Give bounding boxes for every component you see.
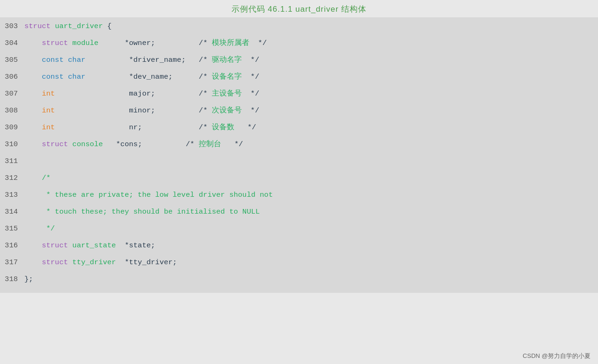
token: const [42,56,68,64]
token: *driver_name; [129,56,186,64]
line-content: /* [24,172,598,184]
token: *owner; [125,39,155,47]
line-content: * these are private; the low level drive… [24,189,598,201]
token: 驱动名字 [212,56,242,64]
token: * these are private; the low level drive… [24,191,273,199]
line-number: 311 [0,156,24,167]
line-content: int nr; /* 设备数 */ [24,122,598,133]
line-number: 303 [0,21,24,32]
line-number: 318 [0,274,24,285]
token: nr; [129,123,142,132]
token: struct [42,258,72,267]
code-line: 311 [0,155,598,172]
token [24,89,42,98]
token [116,258,125,267]
code-block: 303struct uart_driver {304 struct module… [0,17,598,293]
line-content: }; [24,274,598,285]
code-line: 317 struct tty_driver *tty_driver; [0,256,598,273]
token: struct [24,22,55,30]
line-content: struct uart_driver { [24,21,598,32]
line-content: int major; /* 主设备号 */ [24,88,598,99]
code-line: 310 struct console *cons; /* 控制台 */ [0,138,598,155]
line-content: const char *dev_name; /* 设备名字 */ [24,71,598,82]
token: tty_driver [72,258,116,267]
token [55,89,129,98]
token: /* [24,174,51,182]
token: char [68,73,85,81]
line-number: 304 [0,37,24,49]
token: *tty_driver; [125,258,177,267]
token: struct [42,140,72,149]
token: */ [242,73,259,81]
code-line: 314 * touch these; they should be initia… [0,206,598,223]
token: 模块所属者 [212,39,249,47]
token [24,241,42,250]
token: /* [172,73,212,81]
line-number: 305 [0,54,24,66]
token [24,39,42,47]
token: char [68,56,85,64]
token [24,258,42,267]
token [85,73,129,81]
line-content: struct console *cons; /* 控制台 */ [24,139,598,150]
token: *state; [125,241,155,250]
token: }; [24,275,33,283]
token: */ [242,106,259,115]
token: uart_state [72,241,116,250]
token: struct [42,39,72,47]
token: * touch these; they should be initialise… [24,208,260,216]
line-number: 314 [0,206,24,217]
code-line: 304 struct module *owner; /* 模块所属者 */ [0,37,598,54]
token: /* [186,56,212,64]
line-number: 308 [0,105,24,116]
token [24,106,42,115]
code-line: 303struct uart_driver { [0,20,598,37]
token: /* [155,106,212,115]
token [55,106,129,115]
token: *cons; [116,140,142,149]
line-content: * touch these; they should be initialise… [24,206,598,217]
token [55,123,129,132]
token: */ [242,89,259,98]
token [24,140,42,149]
token: struct [42,241,72,250]
token [98,39,125,47]
token [116,241,125,250]
token [24,73,42,81]
code-line: 307 int major; /* 主设备号 */ [0,88,598,104]
code-line: 312 /* [0,172,598,189]
token: { [103,22,112,30]
watermark: CSDN @努力自学的小夏 [523,352,591,360]
code-line: 316 struct uart_state *state; [0,239,598,256]
line-number: 312 [0,172,24,184]
code-line: 309 int nr; /* 设备数 */ [0,121,598,138]
token [103,140,116,149]
token: */ [221,140,243,149]
token: int [42,106,55,115]
code-line: 305 const char *driver_name; /* 驱动名字 */ [0,54,598,71]
code-line: 308 int minor; /* 次设备号 */ [0,104,598,121]
code-line: 313 * these are private; the low level d… [0,189,598,206]
code-line: 315 */ [0,223,598,239]
token: /* [155,89,212,98]
token: const [42,73,68,81]
line-number: 309 [0,122,24,133]
line-number: 310 [0,139,24,150]
token: /* [142,140,199,149]
token: *dev_name; [129,73,172,81]
line-content: struct module *owner; /* 模块所属者 */ [24,37,598,49]
line-number: 317 [0,257,24,268]
token [24,56,42,64]
token: */ [234,123,256,132]
token: /* [155,39,212,47]
token: */ [24,224,55,233]
token: int [42,123,55,132]
line-content: const char *driver_name; /* 驱动名字 */ [24,54,598,66]
code-line: 318}; [0,273,598,290]
line-content: */ [24,223,598,234]
token: 设备数 [212,123,234,132]
code-line: 306 const char *dev_name; /* 设备名字 */ [0,71,598,88]
token: int [42,89,55,98]
token: module [72,39,98,47]
token: */ [242,56,259,64]
